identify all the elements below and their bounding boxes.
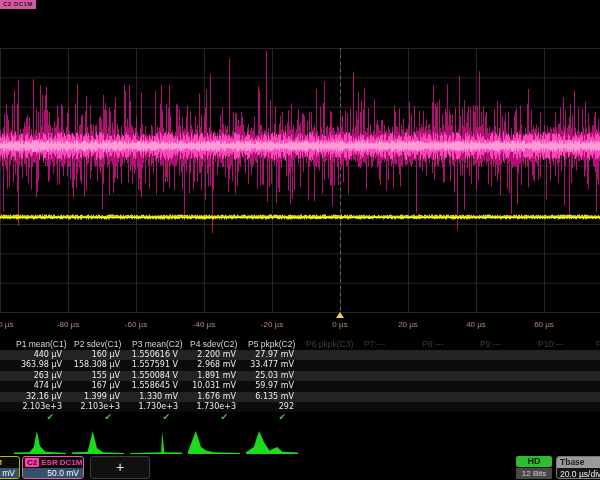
channel-c2-scale: 50.0 mV bbox=[23, 468, 83, 479]
param-value: 158.308 µV bbox=[70, 360, 128, 370]
param-value: 160 µV bbox=[70, 350, 128, 360]
bottom-bar: C1 DC1M 10.0 mV C2 ESR DC1M 50.0 mV + HD… bbox=[0, 455, 600, 480]
param-value: 25.03 mV bbox=[244, 371, 302, 381]
measure-table-row: 32.16 µV1.399 µV1.330 mV1.676 mV6.135 mV bbox=[0, 392, 600, 402]
axis-tick-label: -100 µs bbox=[0, 320, 13, 329]
channel-c2-mode: ESR bbox=[41, 458, 57, 467]
histicon-p3 bbox=[130, 428, 182, 455]
param-value: 1.399 µV bbox=[70, 392, 128, 402]
channel-c2-coupling: DC1M bbox=[60, 458, 83, 467]
param-header-inactive[interactable]: P6 pkpk(C3) bbox=[302, 339, 360, 350]
param-value: 167 µV bbox=[70, 381, 128, 391]
param-value: 2.103e+3 bbox=[12, 402, 70, 412]
param-value: 1.730e+3 bbox=[128, 402, 186, 412]
param-value: 2.200 mV bbox=[186, 350, 244, 360]
param-status-check: ✔ bbox=[244, 412, 302, 423]
param-header-inactive[interactable]: P7:--- bbox=[360, 339, 418, 350]
param-status-check: ✔ bbox=[70, 412, 128, 423]
axis-tick-label: -80 µs bbox=[57, 320, 79, 329]
timebase-value: 20.0 µs/div bbox=[557, 468, 600, 479]
measure-status-row: ✔✔✔✔✔ bbox=[0, 412, 600, 423]
param-value: 155 µV bbox=[70, 371, 128, 381]
axis-tick-label: 40 µs bbox=[466, 320, 486, 329]
axis-tick-label: 20 µs bbox=[398, 320, 418, 329]
oscilloscope-screen: C2 DC1M -100 µs-80 µs-60 µs-40 µs-20 µs0… bbox=[0, 0, 600, 480]
param-value: 32.16 µV bbox=[12, 392, 70, 402]
measure-table-row: 474 µV167 µV1.558645 V10.031 mV59.97 mV bbox=[0, 381, 600, 391]
param-value: 1.550616 V bbox=[128, 350, 186, 360]
waveform-display[interactable] bbox=[0, 0, 600, 318]
param-value: 1.558645 V bbox=[128, 381, 186, 391]
measure-header-row: P1 mean(C1)P2 sdev(C1)P3 mean(C2)P4 sdev… bbox=[0, 339, 600, 350]
histicon-p2 bbox=[72, 428, 124, 455]
param-header-inactive[interactable]: P9:--- bbox=[476, 339, 534, 350]
param-header[interactable]: P1 mean(C1) bbox=[12, 339, 70, 350]
param-value: 10.031 mV bbox=[186, 381, 244, 391]
add-trace-button[interactable]: + bbox=[90, 456, 150, 479]
param-value: 1.730e+3 bbox=[186, 402, 244, 412]
param-value: 2.968 mV bbox=[186, 360, 244, 370]
channel-c1-descriptor-box[interactable]: C1 DC1M 10.0 mV bbox=[0, 456, 20, 479]
param-value: 33.477 mV bbox=[244, 360, 302, 370]
measure-table-row: 440 µV160 µV1.550616 V2.200 mV27.97 mV bbox=[0, 350, 600, 360]
axis-tick-label: -20 µs bbox=[261, 320, 283, 329]
channel-c2-badge: C2 bbox=[25, 458, 39, 467]
param-header-inactive[interactable]: P11:--- bbox=[592, 339, 600, 350]
measure-table-row: 2.103e+32.103e+31.730e+31.730e+3292 bbox=[0, 402, 600, 412]
param-value: 27.97 mV bbox=[244, 350, 302, 360]
histicon-p5 bbox=[246, 428, 298, 455]
param-value: 440 µV bbox=[12, 350, 70, 360]
measure-table-row: 363.98 µV158.308 µV1.557591 V2.968 mV33.… bbox=[0, 360, 600, 370]
measure-table-row: 263 µV155 µV1.550084 V1.891 mV25.03 mV bbox=[0, 371, 600, 381]
channel-c1-scale: 10.0 mV bbox=[0, 468, 19, 479]
param-value: 1.550084 V bbox=[128, 371, 186, 381]
param-value: 474 µV bbox=[12, 381, 70, 391]
param-value: 1.891 mV bbox=[186, 371, 244, 381]
measure-table: P1 mean(C1)P2 sdev(C1)P3 mean(C2)P4 sdev… bbox=[0, 339, 600, 426]
resolution-bits-label: 12 Bits bbox=[516, 468, 552, 479]
histicon-row bbox=[0, 427, 600, 456]
axis-tick-label: 0 µs bbox=[332, 320, 347, 329]
param-header[interactable]: P2 sdev(C1) bbox=[70, 339, 128, 350]
channel-c2-descriptor-box[interactable]: C2 ESR DC1M 50.0 mV bbox=[22, 456, 84, 479]
param-header[interactable]: P5 pkpk(C2) bbox=[244, 339, 302, 350]
param-value: 292 bbox=[244, 402, 302, 412]
histicon-p1 bbox=[14, 428, 66, 455]
timebase-title: Tbase bbox=[557, 457, 600, 468]
axis-tick-label: 60 µs bbox=[534, 320, 554, 329]
param-value: 2.103e+3 bbox=[70, 402, 128, 412]
param-header[interactable]: P4 sdev(C2) bbox=[186, 339, 244, 350]
param-header-inactive[interactable]: P8:--- bbox=[418, 339, 476, 350]
channel-c1-coupling: DC1M bbox=[0, 458, 2, 467]
param-header[interactable]: P3 mean(C2) bbox=[128, 339, 186, 350]
param-header-inactive[interactable]: P10:--- bbox=[534, 339, 592, 350]
timebase-axis: -100 µs-80 µs-60 µs-40 µs-20 µs0 µs20 µs… bbox=[0, 318, 600, 332]
timebase-descriptor-box[interactable]: Tbase 20.0 µs/div bbox=[556, 456, 600, 479]
param-status-check: ✔ bbox=[12, 412, 70, 423]
axis-tick-label: -60 µs bbox=[125, 320, 147, 329]
axis-tick-label: -40 µs bbox=[193, 320, 215, 329]
param-value: 6.135 mV bbox=[244, 392, 302, 402]
param-status-check: ✔ bbox=[186, 412, 244, 423]
param-value: 1.676 mV bbox=[186, 392, 244, 402]
param-value: 1.330 mV bbox=[128, 392, 186, 402]
param-value: 363.98 µV bbox=[12, 360, 70, 370]
param-value: 59.97 mV bbox=[244, 381, 302, 391]
param-status-check: ✔ bbox=[128, 412, 186, 423]
hd-mode-badge[interactable]: HD bbox=[516, 456, 552, 467]
param-value: 1.557591 V bbox=[128, 360, 186, 370]
histicon-p4 bbox=[188, 428, 240, 455]
trace-label-badge[interactable]: C2 DC1M bbox=[0, 0, 36, 9]
param-value: 263 µV bbox=[12, 371, 70, 381]
